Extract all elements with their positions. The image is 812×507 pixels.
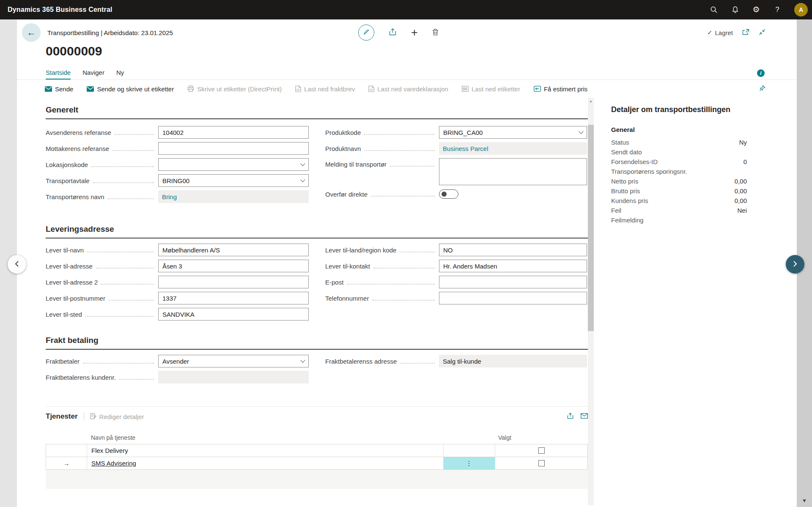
lever-til-adresse-2-input[interactable] <box>158 276 309 288</box>
main-content: Generelt Avsenderens referanse 104002 Mo… <box>17 98 588 505</box>
back-arrow-icon: ← <box>27 27 36 38</box>
produktkode-select[interactable]: BRING_CA00 <box>439 126 587 139</box>
back-button[interactable]: ← <box>22 23 41 42</box>
row-options-cell[interactable] <box>444 444 495 457</box>
breadcrumb[interactable]: Transportbestilling | Arbeidsdato: 23.01… <box>47 29 173 36</box>
chevron-down-icon <box>579 129 583 134</box>
edit-button[interactable] <box>358 25 374 41</box>
previous-record-button[interactable] <box>8 255 26 274</box>
chevron-left-icon <box>15 260 19 269</box>
pin-actionbar-button[interactable] <box>759 85 765 93</box>
field-label: Lever til-kontakt <box>325 263 370 270</box>
section-title-frakt-betaling[interactable]: Frakt betaling <box>46 335 588 350</box>
services-part-header: Tjenester Rediger detaljer <box>46 406 588 421</box>
dotted-leader <box>373 268 435 269</box>
transportavtale-select[interactable]: BRING00 <box>158 174 309 187</box>
tab-ny[interactable]: Ny <box>116 69 124 79</box>
lever-til-navn-input[interactable]: Møbelhandleren A/S <box>158 244 309 256</box>
saved-label: Lagret <box>715 29 733 36</box>
send-mail-icon <box>45 86 52 92</box>
dotted-leader <box>108 198 154 199</box>
open-in-new-window-button[interactable] <box>742 29 749 36</box>
field-row: Lever til-land/region kode NO <box>325 242 587 258</box>
new-button[interactable]: + <box>411 28 418 37</box>
settings-gear-icon[interactable]: ⚙ <box>752 5 760 14</box>
search-icon[interactable] <box>710 5 718 14</box>
factbox-row: Sendt dato <box>611 147 747 157</box>
dotted-leader <box>93 182 154 183</box>
field-row: Lever til-adresse 2 <box>46 274 309 290</box>
column-header-navn[interactable]: Navn på tjeneste <box>87 434 443 441</box>
sende-button[interactable]: Sende <box>45 85 73 93</box>
e-post-input[interactable] <box>439 276 587 288</box>
avatar[interactable]: A <box>794 3 808 16</box>
fraktbetaler-select[interactable]: Avsender <box>158 355 309 367</box>
field-row: Transportavtale BRING00 <box>46 173 309 189</box>
notifications-icon[interactable] <box>731 5 739 14</box>
printer-icon <box>187 85 194 92</box>
transportorens-navn-field[interactable]: Bring <box>158 190 309 203</box>
dotted-leader <box>96 268 154 269</box>
field-label: Melding til transportør <box>325 161 387 168</box>
section-title-leveringsadresse[interactable]: Leveringsadresse <box>46 224 588 238</box>
barcode-icon <box>462 86 469 92</box>
column-header-valgt[interactable]: Valgt <box>495 434 587 441</box>
row-selector-cell[interactable] <box>46 444 87 457</box>
scrollbar-thumb[interactable] <box>588 125 594 331</box>
skrive-ut-etiketter-directprint-button: Skrive ut etiketter (DirectPrint) <box>187 85 282 93</box>
avsenderens-referanse-input[interactable]: 104002 <box>158 126 309 139</box>
table-row: → SMS Advisering ⋮ <box>46 457 588 470</box>
fa-estimert-pris-button[interactable]: Få estimert pris <box>534 85 587 93</box>
field-row: Fraktbetalerens kundenr. <box>46 369 309 385</box>
send-mail-icon <box>87 86 94 92</box>
lever-til-land-region-kode-input[interactable]: NO <box>439 244 587 256</box>
last-ned-etiketter-button: Last ned etiketter <box>462 85 520 93</box>
fraktbetalerens-adresse-field: Salg til-kunde <box>439 355 587 367</box>
dotted-leader <box>101 284 154 285</box>
share-icon[interactable] <box>567 413 574 421</box>
valgt-checkbox[interactable] <box>538 460 545 466</box>
mail-icon[interactable] <box>581 413 588 420</box>
lever-til-kontakt-input[interactable]: Hr. Anders Madsen <box>439 260 587 272</box>
telefonnummer-input[interactable] <box>439 292 587 304</box>
collapse-page-button[interactable] <box>759 29 765 37</box>
app-title[interactable]: Dynamics 365 Business Central <box>8 6 112 14</box>
service-name-cell[interactable]: SMS Advisering <box>87 457 444 469</box>
row-options-cell-selected[interactable]: ⋮ <box>444 457 495 469</box>
tab-startside[interactable]: Startside <box>46 69 71 79</box>
overfor-direkte-toggle[interactable] <box>439 189 458 199</box>
produktnavn-field[interactable]: Business Parcel <box>439 142 587 155</box>
section-title-tjenester[interactable]: Tjenester <box>46 412 78 421</box>
delete-button[interactable] <box>432 29 439 37</box>
field-label: Fraktbetalerens kundenr. <box>46 374 116 381</box>
lever-til-postnummer-input[interactable]: 1337 <box>158 292 309 304</box>
valgt-checkbox[interactable] <box>538 447 545 454</box>
lever-til-sted-input[interactable]: SANDVIKA <box>158 308 309 321</box>
table-footer-strip <box>46 470 588 489</box>
mottakerens-referanse-input[interactable] <box>158 142 309 155</box>
sende-og-skrive-ut-etiketter-button[interactable]: Sende og skrive ut etiketter <box>87 85 174 93</box>
share-button[interactable] <box>389 28 397 37</box>
chevron-down-icon <box>300 358 305 362</box>
row-selector-cell[interactable]: → <box>46 457 87 469</box>
dotted-leader <box>119 379 154 380</box>
lever-til-adresse-input[interactable]: Åsen 3 <box>158 260 309 272</box>
page-title: 00000009 <box>46 43 797 59</box>
factbox-row: Netto pris0,00 <box>611 176 747 186</box>
next-record-button[interactable] <box>786 255 804 274</box>
section-title-generelt[interactable]: Generelt <box>46 104 588 119</box>
content-scrollbar[interactable]: ▲ <box>588 98 594 505</box>
melding-til-transportor-textarea[interactable] <box>439 158 587 185</box>
scroll-down-icon[interactable]: ▼ <box>797 498 812 504</box>
dotted-leader <box>109 300 154 301</box>
dotted-leader <box>400 252 435 252</box>
tab-naviger[interactable]: Naviger <box>82 69 104 79</box>
check-icon: ✓ <box>707 29 713 36</box>
service-name-cell[interactable]: Flex Delivery <box>87 444 444 457</box>
dotted-leader <box>91 166 154 167</box>
help-icon[interactable]: ? <box>773 5 782 14</box>
scroll-up-icon[interactable]: ▲ <box>588 99 594 103</box>
lokasjonskode-select[interactable] <box>158 158 309 171</box>
info-icon[interactable]: i <box>757 69 765 77</box>
share-icon <box>389 28 397 37</box>
